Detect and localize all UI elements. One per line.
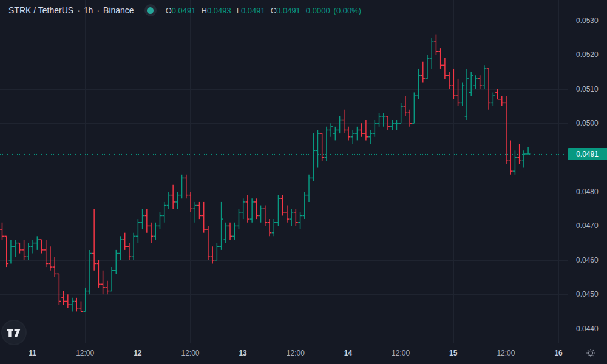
current-price-badge: 0.0491 <box>568 148 607 160</box>
time-axis-label: 13 <box>239 349 246 357</box>
gear-icon <box>586 348 595 358</box>
time-axis-label: 12 <box>134 349 141 357</box>
price-axis-label: 0.0530 <box>576 16 599 25</box>
price-axis-label: 0.0510 <box>576 84 599 94</box>
interval-label[interactable]: 1h <box>84 5 93 15</box>
tradingview-logo-icon <box>7 328 21 337</box>
time-axis-label: 11 <box>29 349 36 357</box>
price-axis[interactable]: 0.05300.05200.05100.05000.04900.04800.04… <box>568 0 607 343</box>
symbol-name[interactable]: STRK / TetherUS <box>8 5 73 15</box>
price-axis-label: 0.0440 <box>576 324 599 334</box>
ohlc-high: H0.0493 <box>202 6 231 15</box>
ohlc-close: C0.0491 <box>271 6 300 15</box>
price-axis-label: 0.0520 <box>576 50 599 59</box>
time-axis-label: 15 <box>449 349 457 357</box>
ohlc-values: O0.0491 H0.0493 L0.0491 C0.0491 0.0000 (… <box>166 6 365 15</box>
exchange-label[interactable]: Binance <box>103 5 134 15</box>
time-axis-label: 12:00 <box>287 349 305 357</box>
status-dot-icon <box>147 7 154 14</box>
time-axis-label: 12:00 <box>392 349 410 357</box>
time-axis-label: 12:00 <box>76 349 94 357</box>
time-axis-label: 12:00 <box>181 349 199 357</box>
time-axis-label: 12:00 <box>497 349 515 357</box>
time-axis[interactable]: 1112:001212:001312:001412:001512:0016 <box>0 343 607 364</box>
symbol-title[interactable]: STRK / TetherUS · 1h · Binance <box>8 5 134 15</box>
tradingview-logo[interactable] <box>1 320 27 345</box>
time-axis-label: 14 <box>344 349 352 357</box>
price-chart-canvas[interactable] <box>0 0 607 364</box>
price-axis-label: 0.0460 <box>576 255 599 265</box>
time-axis-settings-button[interactable] <box>584 347 597 359</box>
tradingview-chart-window: STRK / TetherUS · 1h · Binance O0.0491 H… <box>0 0 607 364</box>
title-separator: · <box>77 5 80 15</box>
market-status-icon[interactable] <box>144 4 157 16</box>
chart-legend: STRK / TetherUS · 1h · Binance O0.0491 H… <box>8 4 365 16</box>
ohlc-open: O0.0491 <box>166 6 196 15</box>
price-axis-label: 0.0480 <box>576 187 599 197</box>
title-separator: · <box>97 5 100 15</box>
price-axis-label: 0.0500 <box>576 118 599 128</box>
price-axis-label: 0.0450 <box>576 289 599 299</box>
price-axis-label: 0.0470 <box>576 221 599 231</box>
change-absolute: 0.0000 <box>306 6 330 15</box>
time-axis-label: 16 <box>554 349 562 357</box>
ohlc-low: L0.0491 <box>237 6 265 15</box>
change-percent: (0.00%) <box>334 6 362 15</box>
